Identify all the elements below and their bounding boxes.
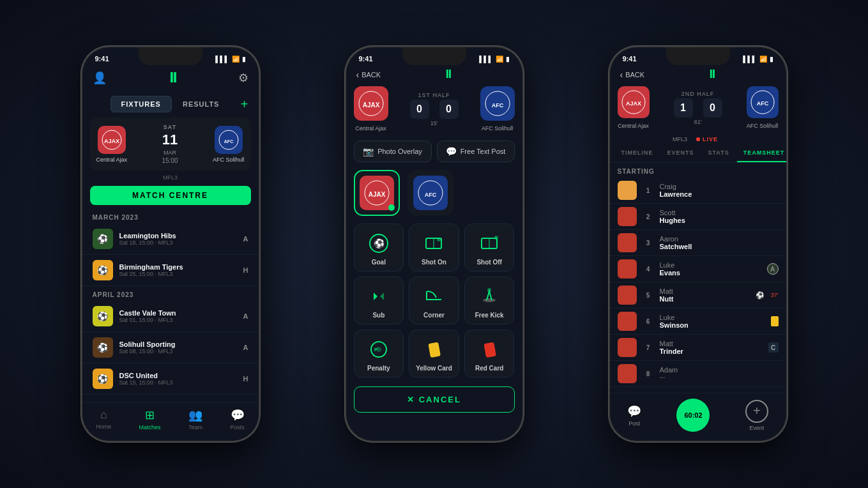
league-label-1: MFL3 (82, 173, 259, 182)
team-sel-afc-logo: AFC (413, 176, 448, 210)
event-freekick[interactable]: Free Kick (464, 277, 515, 324)
score-away-3: 0 (703, 98, 722, 118)
player-list: 1 CraigLawrence 2 ScottHughes 3 AaronSat… (610, 178, 786, 393)
score-display-2: 0 0 (410, 100, 459, 119)
settings-icon[interactable]: ⚙ (238, 71, 248, 85)
wifi-icon-2: 📶 (496, 56, 503, 63)
player-name-7: MattTrinder (660, 340, 763, 355)
tab-events[interactable]: EVENTS (661, 144, 701, 162)
match-centre-button[interactable]: MATCH CENTRE (90, 186, 251, 205)
match-date: SAT 11 MAR 15:00 (162, 124, 178, 164)
nav-team[interactable]: 👥 Team (188, 408, 202, 431)
fixture-birmingham[interactable]: ⚽ Birmingham Tigers Sat 25, 15:00 · MFL3… (82, 255, 259, 286)
team-selector: AJAX AFC (346, 166, 522, 220)
player-num-7: 7 (642, 344, 655, 351)
player-num-4: 4 (642, 266, 655, 273)
home-team-logo: AJAX (98, 126, 126, 154)
player-avatar-4 (618, 259, 637, 278)
event-action[interactable]: + Event (745, 400, 768, 431)
timer-button[interactable]: 60:02 (676, 399, 710, 432)
player-num-3: 3 (642, 240, 655, 247)
event-corner[interactable]: Corner (409, 277, 459, 324)
back-arrow-2[interactable]: ‹ (356, 70, 360, 80)
tab-stats[interactable]: STATS (702, 144, 736, 162)
player-row-4[interactable]: 4 LukeEvans A (610, 256, 786, 282)
player-row-7[interactable]: 7 MattTrinder C (610, 335, 786, 361)
live-dot (696, 137, 700, 141)
score-time-2: 15' (430, 120, 438, 126)
fixture-dsc[interactable]: ⚽ DSC United Sat 15, 15:00 · MFL3 H (82, 363, 259, 395)
event-sub[interactable]: Sub (354, 277, 404, 324)
home-team-name: Central Ajax (96, 156, 128, 163)
player-row-6[interactable]: 6 LukeSwinson (610, 309, 786, 335)
fixture-logo-solihull: ⚽ (93, 337, 113, 358)
player-row-1[interactable]: 1 CraigLawrence (610, 178, 786, 204)
logo-icon-3: ⏸ (706, 68, 717, 81)
free-text-btn[interactable]: 💬 Free Text Post (437, 141, 515, 162)
player-row-2[interactable]: 2 ScottHughes (610, 204, 786, 230)
player-row-5[interactable]: 5 MattNutt ⚽ 37' (610, 282, 786, 309)
nav-matches[interactable]: ⊞ Matches (139, 408, 161, 431)
back-label-2[interactable]: BACK (362, 71, 381, 79)
fixture-detail-birmingham: Sat 25, 15:00 · MFL3 (119, 271, 237, 277)
shot-on-label: Shot On (422, 259, 446, 266)
tab-fixtures[interactable]: FIXTURES (110, 96, 172, 112)
player-name-5: MattNutt (660, 287, 750, 303)
cancel-button[interactable]: ✕ CANCEL (354, 386, 515, 413)
event-shot-off[interactable]: Shot Off (464, 224, 515, 271)
player-row-3[interactable]: 3 AaronSatchwell (610, 230, 786, 256)
event-goal[interactable]: ⚽ Goal (354, 224, 404, 271)
event-shot-on[interactable]: Shot On (409, 224, 459, 271)
event-yellow[interactable]: Yellow Card (409, 330, 459, 377)
nav-home[interactable]: ⌂ Home (96, 408, 111, 431)
player-name-8: Adam··· (660, 366, 779, 381)
back-label-3[interactable]: BACK (625, 71, 644, 79)
svg-text:⚽: ⚽ (373, 238, 385, 249)
player-min-5: 37' (771, 292, 779, 298)
player-num-5: 5 (642, 292, 655, 299)
svg-point-24 (487, 288, 491, 292)
nav-posts-label: Posts (230, 424, 245, 431)
tab-timeline[interactable]: TIMELINE (615, 144, 660, 162)
fixture-castle[interactable]: ⚽ Castle Vale Town Sat 01, 15:00 · MFL3 … (82, 301, 259, 332)
fixture-info-solihull: Solihull Sporting Sat 08, 15:00 · MFL3 (119, 340, 237, 355)
tab-teamsheet[interactable]: TEAMSHEET (737, 144, 786, 162)
phone-events: 9:41 ▌▌▌ 📶 ▮ ‹ BACK ⏸ AJAX (345, 46, 524, 442)
team2-score-3: AFC AFC Solihull (747, 86, 779, 129)
svg-text:AFC: AFC (756, 100, 768, 107)
away-team-block: AFC AFC Solihull (213, 126, 245, 163)
tab-results[interactable]: RESULTS (172, 96, 231, 112)
photo-overlay-btn[interactable]: 📷 Photo Overlay (354, 141, 432, 162)
team-sel-afc[interactable]: AFC (407, 170, 453, 216)
fixture-detail-leamington: Sat 18, 15:00 · MFL3 (119, 240, 237, 246)
selected-dot (388, 204, 395, 211)
score-display-3: 1 0 (674, 98, 722, 118)
score-home-2: 0 (410, 100, 429, 119)
score-bar-2: AJAX Central Ajax 1ST HALF 0 0 15' AFC (346, 84, 522, 137)
svg-text:AFC: AFC (424, 192, 436, 198)
event-penalty[interactable]: P Penalty (354, 330, 404, 377)
team-sel-ajax[interactable]: AJAX (354, 170, 400, 216)
back-arrow-3[interactable]: ‹ (620, 70, 623, 80)
nav-posts[interactable]: 💬 Posts (230, 408, 245, 431)
sub-label: Sub (372, 312, 385, 319)
profile-icon[interactable]: 👤 (93, 71, 107, 85)
fixture-name-dsc: DSC United (119, 372, 237, 379)
team2-name-3: AFC Solihull (747, 123, 779, 129)
fixture-name-leamington: Leamington Hibs (119, 232, 237, 240)
fixture-leamington[interactable]: ⚽ Leamington Hibs Sat 18, 15:00 · MFL3 A (82, 224, 259, 255)
time-3: 9:41 (623, 55, 637, 63)
fixture-name-birmingham: Birmingham Tigers (119, 263, 237, 271)
fixture-info-castle: Castle Vale Town Sat 01, 15:00 · MFL3 (119, 309, 237, 323)
fixture-solihull[interactable]: ⚽ Solihull Sporting Sat 08, 15:00 · MFL3… (82, 332, 259, 363)
player-name-2: ScottHughes (660, 209, 779, 224)
svg-rect-28 (429, 342, 441, 358)
sub-icon (367, 285, 390, 308)
timer-value: 60:02 (684, 411, 702, 419)
add-fixture-button[interactable]: + (241, 97, 248, 112)
post-action[interactable]: 💬 Post (627, 404, 641, 427)
player-row-8[interactable]: 8 Adam··· (610, 361, 786, 387)
fixture-detail-dsc: Sat 15, 15:00 · MFL3 (119, 379, 237, 386)
freekick-label: Free Kick (475, 312, 504, 319)
event-red[interactable]: Red Card (464, 330, 515, 377)
